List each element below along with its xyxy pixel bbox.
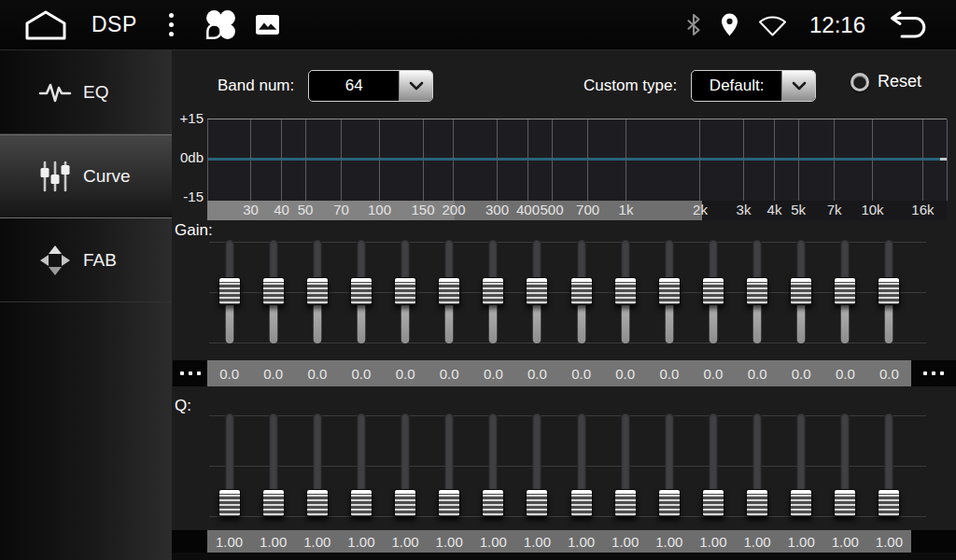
band-num-label: Band num: xyxy=(218,77,294,95)
frequency-axis: 304050701001502003004005007001k2k3k4k5k7… xyxy=(207,201,947,220)
q-slider-thumb[interactable] xyxy=(790,489,812,517)
q-slider[interactable] xyxy=(515,407,559,523)
gain-slider-thumb[interactable] xyxy=(746,277,768,305)
back-button[interactable] xyxy=(886,9,930,41)
q-slider[interactable] xyxy=(603,407,647,523)
gain-slider[interactable] xyxy=(867,233,911,349)
chevron-down-icon[interactable] xyxy=(781,71,815,101)
q-slider-thumb[interactable] xyxy=(218,489,241,517)
q-slider-thumb[interactable] xyxy=(350,489,373,517)
q-slider-thumb[interactable] xyxy=(306,489,329,517)
q-slider-thumb[interactable] xyxy=(570,489,593,517)
reset-label: Reset xyxy=(878,72,921,91)
band-num-group: Band num: 64 xyxy=(218,70,433,102)
gain-slider-thumb[interactable] xyxy=(702,277,724,305)
q-slider[interactable] xyxy=(295,407,339,523)
q-slider-thumb[interactable] xyxy=(262,489,285,517)
q-slider-thumb[interactable] xyxy=(394,489,416,517)
sidebar-item-eq[interactable]: EQ xyxy=(0,50,172,134)
gain-slider-thumb[interactable] xyxy=(834,277,856,305)
reset-control[interactable]: Reset xyxy=(851,72,921,91)
gain-slider[interactable] xyxy=(428,233,471,349)
q-slider[interactable] xyxy=(647,407,691,523)
gain-slider-thumb[interactable] xyxy=(526,277,548,305)
yaxis-0db: 0db xyxy=(172,150,204,165)
gain-slider-thumb[interactable] xyxy=(614,277,637,305)
sidebar-item-fab[interactable]: FAB xyxy=(0,218,172,302)
gain-more-left-button[interactable] xyxy=(173,360,207,386)
gain-slider[interactable] xyxy=(515,233,559,349)
gain-slider-thumb[interactable] xyxy=(570,277,593,305)
chevron-down-icon[interactable] xyxy=(399,71,432,101)
q-slider[interactable] xyxy=(384,407,428,523)
q-label: Q: xyxy=(175,397,191,415)
sidebar-item-label: Curve xyxy=(83,166,131,187)
gain-slider[interactable] xyxy=(295,233,339,349)
gain-slider[interactable] xyxy=(647,233,691,349)
q-value: 1.00 xyxy=(207,530,251,553)
q-slider[interactable] xyxy=(559,407,603,523)
gain-slider-thumb[interactable] xyxy=(658,277,681,305)
gain-slider[interactable] xyxy=(780,233,823,349)
gain-slider[interactable] xyxy=(384,233,428,349)
yaxis-plus15: +15 xyxy=(172,111,204,126)
q-slider[interactable] xyxy=(471,407,515,523)
zero-db-line xyxy=(207,158,947,161)
q-slider[interactable] xyxy=(867,407,911,523)
q-slider[interactable] xyxy=(339,407,383,523)
custom-type-dropdown[interactable]: Default: xyxy=(691,70,816,102)
band-num-value: 64 xyxy=(309,71,399,101)
q-left-cap xyxy=(172,530,207,553)
q-slider[interactable] xyxy=(736,407,780,523)
gain-slider-thumb[interactable] xyxy=(790,277,812,305)
gain-slider-thumb[interactable] xyxy=(306,277,329,305)
gain-slider[interactable] xyxy=(736,233,780,349)
q-value: 1.00 xyxy=(559,530,603,553)
gain-slider[interactable] xyxy=(823,233,867,349)
q-slider-thumb[interactable] xyxy=(438,489,460,517)
gain-slider-thumb[interactable] xyxy=(878,277,900,305)
q-slider-thumb[interactable] xyxy=(526,489,548,517)
gain-more-right-button[interactable] xyxy=(911,360,956,386)
q-slider-thumb[interactable] xyxy=(834,489,856,517)
q-slider[interactable] xyxy=(691,407,735,523)
gain-slider[interactable] xyxy=(559,233,603,349)
gain-slider[interactable] xyxy=(603,233,647,349)
q-slider[interactable] xyxy=(207,407,251,523)
q-slider[interactable] xyxy=(823,407,867,523)
q-slider[interactable] xyxy=(428,407,471,523)
home-button[interactable] xyxy=(24,9,67,41)
q-value: 1.00 xyxy=(251,530,295,553)
q-slider-thumb[interactable] xyxy=(746,489,768,517)
gallery-button[interactable] xyxy=(255,14,280,35)
gain-slider[interactable] xyxy=(251,233,295,349)
freq-tick-label: 30 xyxy=(243,202,259,217)
gain-slider[interactable] xyxy=(207,233,251,349)
gain-value: 0.0 xyxy=(603,360,647,386)
q-slider-thumb[interactable] xyxy=(614,489,637,517)
band-num-dropdown[interactable]: 64 xyxy=(308,70,433,102)
gain-slider[interactable] xyxy=(691,233,735,349)
q-slider[interactable] xyxy=(780,407,823,523)
overflow-menu-icon[interactable] xyxy=(163,7,179,42)
gain-slider-thumb[interactable] xyxy=(350,277,373,305)
apps-button[interactable] xyxy=(204,7,238,42)
sidebar-item-curve[interactable]: Curve xyxy=(0,134,172,218)
q-value: 1.00 xyxy=(867,530,911,553)
gain-slider[interactable] xyxy=(339,233,383,349)
q-slider-thumb[interactable] xyxy=(658,489,681,517)
q-slider-thumb[interactable] xyxy=(702,489,724,517)
q-slider-thumb[interactable] xyxy=(878,489,900,517)
q-slider[interactable] xyxy=(251,407,295,523)
gain-slider[interactable] xyxy=(471,233,515,349)
clover-apps-icon xyxy=(204,7,238,42)
gain-slider-thumb[interactable] xyxy=(394,277,416,305)
gain-slider-thumb[interactable] xyxy=(482,277,504,305)
gain-value: 0.0 xyxy=(691,360,735,386)
gain-slider-thumb[interactable] xyxy=(262,277,285,305)
reset-radio-icon[interactable] xyxy=(851,73,869,91)
q-slider-thumb[interactable] xyxy=(482,489,504,517)
gain-slider-thumb[interactable] xyxy=(218,277,241,305)
gain-slider-thumb[interactable] xyxy=(438,277,460,305)
gain-value: 0.0 xyxy=(823,360,867,386)
